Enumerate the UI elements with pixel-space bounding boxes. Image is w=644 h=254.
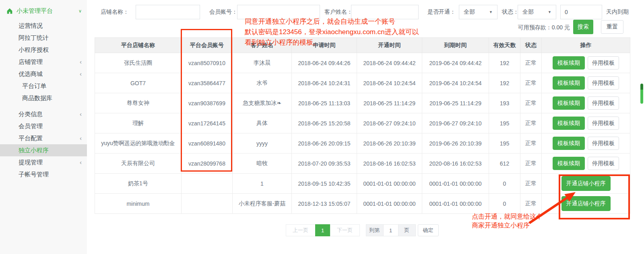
- cell-expire: 2019-06-26 20:10:39: [422, 133, 489, 154]
- cell-account: vzan17264145: [182, 113, 233, 133]
- sidebar-item-label: 子帐号管理: [19, 171, 49, 178]
- disable-template-button[interactable]: 停用模板: [588, 96, 619, 110]
- cell-actions: 模板续期停用模板: [542, 133, 630, 154]
- cell-shop: 理解: [95, 113, 182, 133]
- next-page-button[interactable]: 下一页: [330, 224, 360, 236]
- column-header: 申请时间: [292, 38, 357, 53]
- open-mini-program-button[interactable]: 开通店铺小程序: [561, 196, 611, 211]
- cell-customer: 小未程序客服-蘑菇: [233, 194, 292, 214]
- is-open-select[interactable]: 全部 ▼: [459, 5, 497, 19]
- cell-actions: 开通店铺小程序: [542, 194, 630, 214]
- goto-confirm-button[interactable]: 确定: [418, 224, 439, 236]
- sidebar-item[interactable]: 小程序授权: [0, 44, 87, 56]
- cell-apply: 2018-06-26 20:09:15: [292, 133, 357, 154]
- pagination: 上一页 1 下一页 到第 页 确定: [95, 224, 630, 236]
- cell-account: vzan85070910: [182, 53, 233, 73]
- sidebar-item[interactable]: 商品数据库: [0, 92, 87, 104]
- cell-open: 2018-06-24 10:24:54: [357, 73, 422, 93]
- cell-account: vzan28099768: [182, 154, 233, 174]
- shops-table: 平台店铺名称平台会员账号客户姓名申请时间开通时间到期时间有效天数状态操作 张氏生…: [95, 37, 630, 214]
- disable-template-button[interactable]: 停用模板: [588, 157, 619, 170]
- cell-status: 正常: [520, 133, 542, 154]
- open-mini-program-button[interactable]: 开通店铺小程序: [561, 176, 611, 191]
- column-header: 状态: [520, 38, 542, 53]
- renew-template-button[interactable]: 模板续期: [553, 157, 585, 170]
- column-header: 到期时间: [422, 38, 489, 53]
- prev-page-button[interactable]: 上一页: [286, 224, 316, 236]
- renew-template-button[interactable]: 模板续期: [553, 76, 585, 90]
- cell-customer: 急支糖浆加冰❧: [233, 93, 292, 113]
- cell-open: 0001-01-01 00:00:00: [357, 174, 422, 194]
- cell-status: 正常: [520, 53, 542, 73]
- disable-template-button[interactable]: 停用模板: [588, 137, 619, 150]
- sidebar-item-label: 店铺管理: [19, 58, 43, 65]
- sidebar-item[interactable]: 优选商城‹: [0, 68, 87, 80]
- collapse-arrow-icon: ‹: [80, 132, 82, 144]
- cell-status: 正常: [520, 174, 542, 194]
- cell-apply: 2018-06-25 15:20:58: [292, 113, 357, 133]
- column-header: 客户姓名: [233, 38, 292, 53]
- goto-page-input[interactable]: [383, 224, 398, 236]
- current-page-button[interactable]: 1: [315, 224, 330, 236]
- disable-template-button[interactable]: 停用模板: [588, 56, 619, 70]
- cell-actions: 模板续期停用模板: [542, 53, 630, 73]
- customer-name-label: 客户姓名：: [324, 8, 353, 16]
- status-select[interactable]: 全部 ▼: [518, 5, 556, 19]
- sidebar-item[interactable]: 平台配置‹: [0, 132, 87, 144]
- cell-open: 2018-06-24 09:44:42: [357, 53, 422, 73]
- scrollbar-thumb[interactable]: [640, 84, 643, 104]
- cell-shop: 奶茶1号: [95, 174, 182, 194]
- cell-open: 2018-06-25 11:14:29: [357, 93, 422, 113]
- reset-button[interactable]: 重置: [601, 20, 623, 34]
- renew-template-button[interactable]: 模板续期: [553, 137, 585, 150]
- is-open-label: 是否开通：: [427, 8, 456, 16]
- collapse-arrow-icon: ‹: [80, 68, 82, 80]
- sidebar-item[interactable]: 平台订单: [0, 80, 87, 92]
- chevron-down-icon[interactable]: ∨: [78, 8, 82, 14]
- table-row: 尊尊女神vzan90387699急支糖浆加冰❧2018-06-25 11:13:…: [95, 93, 630, 113]
- sidebar-item[interactable]: 运营情况: [0, 20, 87, 32]
- cell-customer: 李沐晨: [233, 53, 292, 73]
- platform-title: 小未管理平台: [17, 7, 53, 15]
- member-account-input[interactable]: [237, 5, 320, 19]
- select-caret-icon: ▼: [548, 10, 551, 14]
- cell-status: 正常: [520, 113, 542, 133]
- renew-template-button[interactable]: 模板续期: [553, 117, 585, 130]
- cell-apply: 2018-06-24 09:44:26: [292, 53, 357, 73]
- shop-name-input[interactable]: [136, 5, 200, 19]
- renew-template-button[interactable]: 模板续期: [553, 96, 585, 110]
- column-header: 有效天数: [489, 38, 520, 53]
- cell-apply: 2018-09-15 10:42:35: [292, 174, 357, 194]
- renew-template-button[interactable]: 模板续期: [553, 56, 585, 70]
- days-to-expire-input[interactable]: [560, 5, 602, 19]
- home-icon: [6, 8, 13, 14]
- cell-customer: 具体: [233, 113, 292, 133]
- cell-account: [182, 194, 233, 214]
- cell-apply: 2018-06-24 10:24:31: [292, 73, 357, 93]
- table-row: minimum小未程序客服-蘑菇2018-12-13 15:05:070001-…: [95, 194, 630, 214]
- sidebar-brand[interactable]: 小未管理平台 ∨: [0, 5, 87, 17]
- cell-shop: 尊尊女神: [95, 93, 182, 113]
- sidebar-item[interactable]: 提现管理‹: [0, 156, 87, 168]
- cell-shop: 张氏生活圈: [95, 53, 182, 73]
- cell-customer: 暗牧: [233, 154, 292, 174]
- cell-open: 0001-01-01 00:00:00: [357, 194, 422, 214]
- cell-shop: GOT7: [95, 73, 182, 93]
- disable-template-button[interactable]: 停用模板: [588, 117, 619, 130]
- customer-name-input[interactable]: [351, 5, 419, 19]
- column-header: 平台会员账号: [182, 38, 233, 53]
- cell-actions: 模板续期停用模板: [542, 113, 630, 133]
- search-button[interactable]: 搜索: [573, 20, 593, 34]
- sidebar-item[interactable]: 店铺管理‹: [0, 56, 87, 68]
- sidebar-item[interactable]: 独立小程序: [0, 144, 87, 156]
- sidebar-item-label: 小程序授权: [19, 46, 49, 53]
- sidebar-item[interactable]: 阿拉丁统计: [0, 32, 87, 44]
- sidebar-item[interactable]: 分类信息‹: [0, 108, 87, 120]
- sidebar-item[interactable]: 子帐号管理: [0, 168, 87, 180]
- sidebar-item[interactable]: 会员管理: [0, 120, 87, 132]
- cell-expire: 2019-06-24 09:44:42: [422, 53, 489, 73]
- cell-days: 0: [489, 174, 520, 194]
- sidebar-item-label: 会员管理: [19, 123, 43, 129]
- sidebar: 小未管理平台 ∨ 运营情况阿拉丁统计小程序授权店铺管理‹优选商城‹平台订单商品数…: [0, 0, 87, 254]
- disable-template-button[interactable]: 停用模板: [588, 76, 619, 90]
